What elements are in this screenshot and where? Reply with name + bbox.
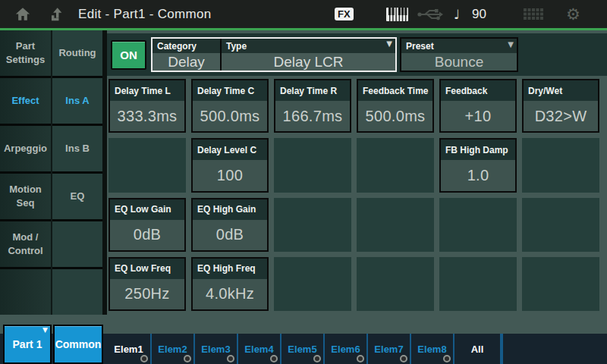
- sidebar-item-effect[interactable]: Effect: [0, 78, 51, 124]
- param-cell-eq-high-freq[interactable]: EQ High Freq 4.0kHz: [191, 257, 269, 311]
- home-icon[interactable]: [15, 0, 30, 28]
- tab-elem1[interactable]: Elem1: [107, 334, 150, 364]
- param-value: 0dB: [110, 220, 184, 250]
- part-select-button[interactable]: Part 1 ▼: [3, 325, 52, 364]
- param-value: 333.3ms: [110, 101, 184, 131]
- param-cell-delay-time-c[interactable]: Delay Time C 500.0ms: [191, 79, 269, 133]
- element-tabs: Elem1 Elem2 Elem3 Elem4 Elem5 Elem6 Elem…: [107, 334, 607, 364]
- effect-type-field[interactable]: Type Delay LCR ▼: [222, 39, 395, 71]
- param-cell-dry-wet[interactable]: Dry/Wet D32>W: [522, 79, 599, 133]
- element-indicator: [184, 355, 191, 362]
- param-label: Feedback: [441, 80, 515, 101]
- effect-preset-selector[interactable]: Preset ▼ Bounce: [400, 37, 518, 72]
- tab-elem5[interactable]: Elem5: [280, 334, 323, 364]
- gear-icon[interactable]: ⚙: [566, 0, 580, 28]
- type-value: Delay LCR: [222, 53, 395, 71]
- param-cell-eq-low-gain[interactable]: EQ Low Gain 0dB: [109, 198, 186, 252]
- sidebar-item-motion-seq[interactable]: Motion Seq: [0, 174, 51, 219]
- param-label: EQ Low Gain: [110, 199, 184, 220]
- sidebar-item-empty: [0, 269, 51, 315]
- param-cell-empty: [439, 198, 517, 252]
- param-cell-feedback-time[interactable]: Feedback Time 500.0ms: [357, 79, 434, 133]
- param-label: EQ High Gain: [193, 199, 267, 220]
- page-title: Edit - Part1 - Common: [78, 0, 211, 28]
- sidebar-item-empty: [52, 221, 102, 267]
- tempo-note-icon[interactable]: ♩: [454, 0, 460, 28]
- param-value: 0dB: [193, 220, 267, 250]
- keyboard-icon[interactable]: [386, 0, 409, 28]
- sidebar-sub: Routing Ins A Ins B EQ: [52, 30, 102, 315]
- tab-elem4[interactable]: Elem4: [237, 334, 280, 364]
- common-tab-label: Common: [55, 338, 102, 350]
- param-cell-eq-low-freq[interactable]: EQ Low Freq 250Hz: [109, 257, 186, 311]
- sidebar-item-label: Effect: [11, 94, 39, 108]
- tempo-value[interactable]: 90: [472, 0, 486, 28]
- sidebar-item-empty: [52, 269, 102, 315]
- effect-category-type-selector[interactable]: Category Delay Type Delay LCR ▼: [151, 37, 397, 72]
- param-cell-empty: [274, 257, 351, 311]
- effect-category-field[interactable]: Category Delay: [153, 39, 222, 71]
- param-label: EQ Low Freq: [110, 259, 184, 279]
- tab-elem3[interactable]: Elem3: [193, 334, 237, 364]
- effect-on-label: ON: [120, 49, 137, 61]
- sidebar-item-label: Ins A: [65, 94, 89, 108]
- matrix-grid-icon[interactable]: [524, 0, 543, 28]
- tab-label: Elem5: [288, 344, 316, 355]
- tab-label: Elem8: [417, 344, 446, 355]
- param-cell-empty: [357, 198, 434, 252]
- sidebar-item-label: EQ: [71, 190, 85, 203]
- usb-icon: [417, 0, 444, 28]
- sidebar-item-routing[interactable]: Routing: [52, 30, 102, 76]
- param-label: Delay Time C: [193, 80, 267, 101]
- param-cell-fb-high-damp[interactable]: FB High Damp 1.0: [439, 138, 517, 192]
- param-cell-delay-level-c[interactable]: Delay Level C 100: [191, 138, 269, 192]
- element-indicator: [227, 355, 234, 362]
- param-cell-delay-time-l[interactable]: Delay Time L 333.3ms: [109, 79, 186, 133]
- sidebar-item-mod-control[interactable]: Mod / Control: [0, 221, 51, 267]
- tab-label: Elem1: [114, 344, 143, 355]
- param-value: 250Hz: [110, 279, 184, 309]
- sidebar-item-arpeggio[interactable]: Arpeggio: [0, 126, 51, 171]
- param-cell-feedback[interactable]: Feedback +10: [439, 79, 517, 133]
- part-select-label: Part 1: [13, 338, 42, 350]
- param-value: 500.0ms: [358, 101, 432, 131]
- sidebar-item-ins-a[interactable]: Ins A: [52, 78, 102, 124]
- element-indicator: [313, 355, 321, 362]
- tab-label: Elem2: [158, 344, 187, 355]
- param-cell-eq-high-gain[interactable]: EQ High Gain 0dB: [191, 198, 269, 252]
- sidebar-item-ins-b[interactable]: Ins B: [52, 126, 102, 171]
- param-label: Delay Level C: [193, 140, 267, 160]
- exit-up-icon[interactable]: [49, 0, 64, 28]
- tab-label: Elem3: [201, 344, 230, 355]
- tab-elem2[interactable]: Elem2: [150, 334, 193, 364]
- preset-label-text: Preset: [406, 41, 434, 52]
- preset-label: Preset ▼: [401, 39, 517, 53]
- tab-label: Elem6: [331, 344, 360, 355]
- sidebar-main: Part Settings Effect Arpeggio Motion Seq…: [0, 30, 51, 315]
- sidebar-item-label: Routing: [58, 46, 96, 60]
- sidebar-item-label: Arpeggio: [4, 142, 47, 155]
- tab-all[interactable]: All: [453, 334, 500, 364]
- param-value: 1.0: [441, 160, 515, 190]
- common-tab-button[interactable]: Common: [53, 325, 103, 364]
- category-value: Delay: [153, 53, 220, 71]
- param-cell-empty: [109, 138, 186, 192]
- tab-elem7[interactable]: Elem7: [366, 334, 410, 364]
- fx-indicator[interactable]: FX: [335, 0, 354, 28]
- tab-end-divider: [500, 334, 503, 364]
- param-cell-delay-time-r[interactable]: Delay Time R 166.7ms: [274, 79, 351, 133]
- param-value: 500.0ms: [193, 101, 267, 131]
- param-label: FB High Damp: [441, 140, 515, 160]
- tab-elem8[interactable]: Elem8: [410, 334, 453, 364]
- tab-elem6[interactable]: Elem6: [323, 334, 366, 364]
- quarter-note-glyph: ♩: [454, 7, 460, 22]
- screen: Edit - Part1 - Common FX: [0, 0, 607, 364]
- param-cell-empty: [522, 138, 599, 192]
- param-cell-empty: [274, 198, 351, 252]
- gear-glyph: ⚙: [566, 5, 580, 24]
- param-value: +10: [441, 101, 515, 131]
- sidebar-item-eq[interactable]: EQ: [52, 174, 102, 219]
- effect-on-button[interactable]: ON: [111, 40, 146, 70]
- sidebar-item-part-settings[interactable]: Part Settings: [0, 30, 51, 76]
- main-area: ON Category Delay Type Delay LCR ▼ Prese…: [107, 30, 607, 315]
